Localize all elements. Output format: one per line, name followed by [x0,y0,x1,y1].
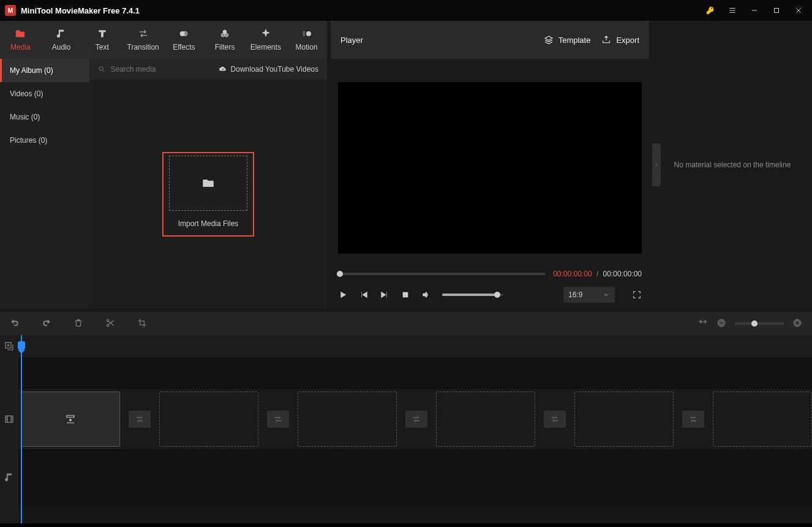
zoom-in-button[interactable] [792,318,802,330]
delete-button[interactable] [73,318,83,330]
tab-label: Elements [250,43,281,51]
transition-icon [688,414,698,424]
download-youtube-button[interactable]: Download YouTube Videos [219,65,318,74]
export-button[interactable]: Export [601,35,639,45]
clip-placeholder[interactable] [298,392,397,447]
import-media-label: Import Media Files [178,219,239,228]
volume-slider[interactable] [442,294,503,296]
svg-point-7 [99,67,103,70]
download-youtube-label: Download YouTube Videos [231,65,318,74]
clip-placeholder[interactable] [713,392,812,447]
cloud-download-icon [219,65,227,74]
zoom-slider[interactable] [735,322,784,325]
close-button[interactable] [788,0,810,21]
search-icon [98,65,105,74]
transition-icon [135,414,145,424]
transition-icon [412,414,421,424]
inspector-message: No material selected on the timeline [674,161,791,169]
transition-slot[interactable] [674,392,713,447]
timeline-ruler[interactable] [18,335,812,357]
next-frame-button[interactable] [380,290,389,300]
svg-rect-8 [403,292,408,297]
stop-button[interactable] [400,290,410,300]
transition-slot[interactable] [397,392,436,447]
text-track[interactable] [18,357,812,389]
transition-slot[interactable] [535,392,574,447]
minimize-button[interactable] [743,0,765,21]
inspector-panel: No material selected on the timeline [653,21,812,308]
app-logo: M [5,5,16,16]
add-track-button[interactable] [0,335,18,357]
fit-timeline-button[interactable] [698,318,708,330]
tab-label: Text [96,43,109,51]
menu-button[interactable] [721,0,743,21]
undo-button[interactable] [10,318,20,330]
maximize-button[interactable] [765,0,788,21]
transition-slot[interactable] [258,392,298,447]
folder-icon [15,28,26,39]
redo-button[interactable] [42,318,51,330]
clip-placeholder[interactable] [436,392,535,447]
crop-button[interactable] [137,318,147,330]
import-media-button[interactable]: Import Media Files [162,152,254,237]
aspect-ratio-label: 16:9 [568,290,582,299]
transition-icon [273,414,283,424]
prev-frame-button[interactable] [359,290,369,300]
tab-elements[interactable]: Elements [246,21,287,59]
clip-placeholder[interactable] [574,392,674,447]
media-sidebar: My Album (0) Videos (0) Music (0) Pictur… [0,59,89,308]
play-button[interactable] [338,290,348,300]
playhead[interactable] [21,335,22,523]
zoom-out-button[interactable] [716,318,726,330]
motion-icon [301,28,312,39]
tab-label: Filters [215,43,235,51]
seek-bar[interactable] [338,273,546,275]
search-media[interactable] [98,65,212,74]
sidebar-item-my-album[interactable]: My Album (0) [0,59,89,82]
aspect-ratio-select[interactable]: 16:9 [563,287,615,303]
svg-point-9 [107,319,108,321]
chevron-down-icon [603,291,610,298]
tab-media[interactable]: Media [0,21,41,59]
tab-motion[interactable]: Motion [286,21,327,59]
video-track[interactable] [18,389,812,449]
panel-collapse-handle[interactable] [652,143,661,186]
music-note-icon [4,472,15,483]
tab-audio[interactable]: Audio [41,21,82,59]
time-total: 00:00:00:00 [603,270,642,278]
sidebar-item-videos[interactable]: Videos (0) [0,82,89,105]
sidebar-item-label: My Album (0) [10,66,53,75]
transition-slot[interactable] [120,392,159,447]
timeline-panel [0,312,812,523]
tab-filters[interactable]: Filters [205,21,246,59]
template-button[interactable]: Template [544,35,591,45]
text-track-gutter [0,357,18,389]
layers-icon [544,35,554,45]
clip-placeholder[interactable] [159,392,258,447]
import-icon [65,414,76,425]
tab-text[interactable]: Text [82,21,123,59]
volume-button[interactable] [421,290,431,300]
transition-icon [550,414,560,424]
sidebar-item-pictures[interactable]: Pictures (0) [0,129,89,152]
preview-screen [338,82,642,254]
sidebar-item-label: Pictures (0) [10,136,47,145]
license-key-button[interactable] [699,0,721,21]
tab-label: Transition [127,43,159,51]
split-button[interactable] [105,318,115,330]
fullscreen-button[interactable] [632,290,642,300]
tab-label: Effects [173,43,195,51]
tool-tabs: Media Audio Text Transition Effects Filt… [0,21,327,59]
audio-track[interactable] [18,449,812,506]
folder-icon [200,176,216,190]
app-title: MiniTool MovieMaker Free 7.4.1 [21,6,140,15]
search-input[interactable] [110,65,212,74]
tab-transition[interactable]: Transition [122,21,164,59]
svg-point-5 [225,33,228,37]
svg-rect-0 [775,9,779,13]
svg-point-6 [306,31,311,36]
clip-placeholder[interactable] [21,392,120,447]
video-track-gutter [0,389,18,449]
sidebar-item-music[interactable]: Music (0) [0,105,89,129]
tab-effects[interactable]: Effects [164,21,205,59]
